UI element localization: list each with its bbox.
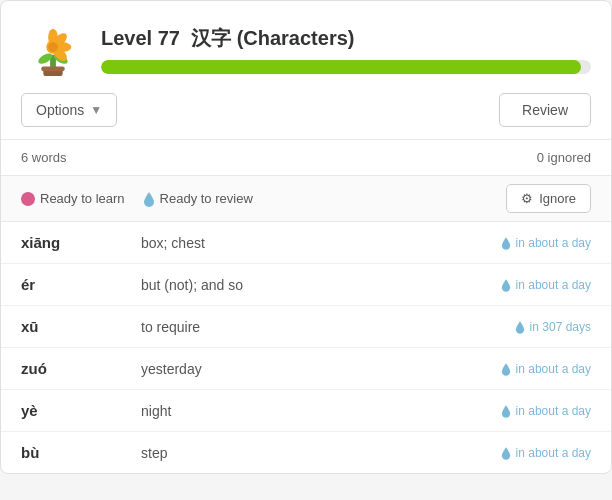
main-card: Level 77 汉字 (Characters) Options ▼ Revie… [0,0,612,474]
svg-rect-2 [41,66,64,71]
title-area: Level 77 汉字 (Characters) [101,25,591,74]
drop-icon [501,278,511,292]
word-meaning: box; chest [141,235,501,251]
ready-to-review-label: Ready to review [160,191,253,206]
word-list: xiāng box; chest in about a day ér but (… [1,222,611,473]
progress-bar-container [101,60,591,74]
options-label: Options [36,102,84,118]
review-label: Review [522,102,568,118]
legend-ready-to-review: Ready to review [143,191,253,207]
word-count: 6 words [21,150,67,165]
review-button[interactable]: Review [499,93,591,127]
progress-bar-fill [101,60,581,74]
word-row: zuó yesterday in about a day [1,348,611,390]
ignore-button[interactable]: ⚙ Ignore [506,184,591,213]
options-button[interactable]: Options ▼ [21,93,117,127]
review-text: in about a day [516,404,591,418]
stats-bar: 6 words 0 ignored [1,140,611,176]
word-pinyin: xū [21,318,141,335]
header-top: Level 77 汉字 (Characters) [21,17,591,81]
review-text: in about a day [516,446,591,460]
review-text: in about a day [516,362,591,376]
word-meaning: yesterday [141,361,501,377]
word-pinyin: xiāng [21,234,141,251]
review-info: in about a day [501,446,591,460]
level-title: Level 77 汉字 (Characters) [101,25,591,52]
word-meaning: but (not); and so [141,277,501,293]
review-text: in about a day [516,278,591,292]
review-info: in about a day [501,278,591,292]
word-pinyin: bù [21,444,141,461]
word-meaning: to require [141,319,515,335]
header-actions: Options ▼ Review [21,93,591,127]
review-text: in 307 days [530,320,591,334]
review-info: in 307 days [515,320,591,334]
review-info: in about a day [501,404,591,418]
ignored-count: 0 ignored [537,150,591,165]
word-row: xū to require in 307 days [1,306,611,348]
review-info: in about a day [501,236,591,250]
review-text: in about a day [516,236,591,250]
word-pinyin: yè [21,402,141,419]
word-meaning: step [141,445,501,461]
pink-dot-icon [21,192,35,206]
word-row: yè night in about a day [1,390,611,432]
review-info: in about a day [501,362,591,376]
gear-icon: ⚙ [521,191,533,206]
drop-icon [515,320,525,334]
ignore-label: Ignore [539,191,576,206]
word-pinyin: ér [21,276,141,293]
word-row: xiāng box; chest in about a day [1,222,611,264]
word-pinyin: zuó [21,360,141,377]
svg-point-10 [48,42,58,52]
legend-row: Ready to learn Ready to review ⚙ Ignore [1,176,611,222]
word-row: ér but (not); and so in about a day [1,264,611,306]
flower-icon [21,17,85,81]
word-row: bù step in about a day [1,432,611,473]
word-meaning: night [141,403,501,419]
drop-icon [501,362,511,376]
drop-icon [501,236,511,250]
drop-icon-legend [143,191,155,207]
level-number: Level 77 [101,27,180,49]
chevron-down-icon: ▼ [90,103,102,117]
legend-items: Ready to learn Ready to review [21,191,253,207]
lesson-title: 汉字 (Characters) [191,27,354,49]
header-section: Level 77 汉字 (Characters) Options ▼ Revie… [1,1,611,140]
ready-to-learn-label: Ready to learn [40,191,125,206]
drop-icon [501,446,511,460]
legend-ready-to-learn: Ready to learn [21,191,125,206]
drop-icon [501,404,511,418]
